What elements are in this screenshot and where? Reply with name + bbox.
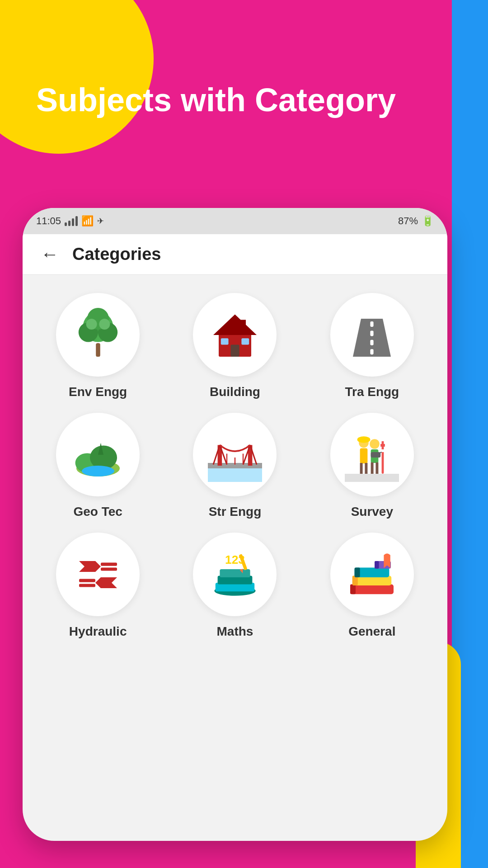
svg-rect-71 bbox=[375, 561, 379, 569]
battery-display: 87% bbox=[398, 215, 418, 227]
svg-rect-67 bbox=[350, 584, 356, 594]
svg-marker-54 bbox=[95, 577, 117, 588]
survey-icon bbox=[345, 428, 399, 482]
svg-rect-42 bbox=[381, 439, 385, 441]
svg-rect-9 bbox=[230, 344, 239, 356]
svg-rect-11 bbox=[241, 338, 249, 344]
svg-marker-8 bbox=[213, 314, 257, 335]
category-icon-building bbox=[193, 293, 277, 377]
signal-bar-4 bbox=[75, 216, 78, 226]
svg-rect-38 bbox=[360, 463, 363, 474]
page-title: Subjects with Category bbox=[36, 81, 396, 119]
status-bar: 11:05 📶 ✈ 87% 🔋 bbox=[23, 208, 447, 234]
category-icon-hydraulic bbox=[56, 533, 140, 616]
category-item-general[interactable]: General bbox=[310, 533, 434, 639]
category-item-maths[interactable]: 123 Maths bbox=[173, 533, 296, 639]
wifi-icon: 📶 bbox=[81, 215, 94, 227]
str-engg-icon bbox=[208, 428, 262, 482]
svg-rect-52 bbox=[101, 562, 117, 566]
tra-engg-icon bbox=[345, 308, 399, 362]
category-label-general: General bbox=[348, 624, 395, 639]
svg-point-6 bbox=[99, 319, 110, 330]
telegram-icon: ✈ bbox=[97, 216, 104, 226]
svg-rect-69 bbox=[355, 567, 360, 577]
categories-container: Env Engg bbox=[23, 275, 447, 657]
status-left: 11:05 📶 ✈ bbox=[36, 215, 104, 227]
category-icon-maths: 123 bbox=[193, 533, 277, 616]
hydraulic-icon bbox=[71, 547, 125, 602]
svg-rect-64 bbox=[350, 584, 394, 594]
env-engg-icon bbox=[71, 308, 125, 362]
app-bar-title: Categories bbox=[72, 245, 161, 264]
category-item-building[interactable]: Building bbox=[173, 293, 296, 399]
category-label-survey: Survey bbox=[351, 505, 393, 519]
svg-rect-15 bbox=[371, 330, 374, 336]
svg-rect-35 bbox=[345, 474, 399, 482]
category-label-str-engg: Str Engg bbox=[209, 505, 262, 519]
phone-mockup: 11:05 📶 ✈ 87% 🔋 ← Categories bbox=[23, 208, 447, 841]
svg-rect-47 bbox=[371, 462, 374, 473]
svg-rect-17 bbox=[371, 349, 374, 354]
svg-rect-60 bbox=[220, 569, 250, 577]
categories-grid: Env Engg bbox=[36, 293, 434, 639]
svg-rect-10 bbox=[221, 338, 229, 344]
maths-icon: 123 bbox=[208, 547, 262, 602]
general-icon bbox=[345, 547, 399, 602]
category-item-tra-engg[interactable]: Tra Engg bbox=[310, 293, 434, 399]
svg-point-5 bbox=[86, 319, 97, 330]
category-label-tra-engg: Tra Engg bbox=[345, 385, 399, 399]
back-button[interactable]: ← bbox=[36, 240, 63, 269]
category-label-building: Building bbox=[210, 385, 260, 399]
svg-rect-14 bbox=[371, 321, 374, 327]
category-icon-env-engg bbox=[56, 293, 140, 377]
svg-rect-39 bbox=[365, 463, 368, 474]
category-icon-str-engg bbox=[193, 413, 277, 496]
svg-marker-51 bbox=[79, 561, 101, 572]
svg-rect-48 bbox=[376, 462, 379, 473]
signal-bars bbox=[65, 216, 78, 226]
category-item-geo-tec[interactable]: Geo Tec bbox=[36, 413, 160, 519]
svg-point-45 bbox=[370, 439, 380, 449]
signal-bar-3 bbox=[72, 218, 74, 226]
battery-icon: 🔋 bbox=[422, 215, 434, 227]
status-right: 87% 🔋 bbox=[398, 215, 434, 227]
svg-point-21 bbox=[82, 466, 114, 476]
svg-rect-0 bbox=[96, 343, 100, 357]
category-icon-tra-engg bbox=[330, 293, 414, 377]
svg-rect-12 bbox=[240, 320, 246, 330]
signal-bar-2 bbox=[68, 221, 70, 226]
category-icon-geo-tec bbox=[56, 413, 140, 496]
svg-point-40 bbox=[357, 436, 371, 443]
category-icon-survey bbox=[330, 413, 414, 496]
svg-rect-43 bbox=[381, 444, 385, 447]
app-bar: ← Categories bbox=[23, 234, 447, 275]
svg-rect-44 bbox=[381, 449, 385, 452]
category-item-env-engg[interactable]: Env Engg bbox=[36, 293, 160, 399]
svg-rect-16 bbox=[371, 340, 374, 345]
category-item-survey[interactable]: Survey bbox=[310, 413, 434, 519]
category-label-geo-tec: Geo Tec bbox=[73, 505, 122, 519]
svg-rect-56 bbox=[79, 584, 95, 587]
svg-rect-37 bbox=[360, 448, 368, 463]
svg-rect-55 bbox=[79, 579, 95, 582]
category-item-str-engg[interactable]: Str Engg bbox=[173, 413, 296, 519]
geo-tec-icon bbox=[71, 428, 125, 482]
svg-rect-24 bbox=[208, 467, 262, 482]
category-item-hydraulic[interactable]: Hydraulic bbox=[36, 533, 160, 639]
svg-rect-41 bbox=[382, 439, 384, 474]
category-icon-general bbox=[330, 533, 414, 616]
category-label-hydraulic: Hydraulic bbox=[69, 624, 127, 639]
time-display: 11:05 bbox=[36, 215, 61, 227]
category-label-env-engg: Env Engg bbox=[69, 385, 127, 399]
signal-bar-1 bbox=[65, 222, 67, 226]
building-icon bbox=[208, 308, 262, 362]
svg-rect-53 bbox=[101, 567, 117, 571]
category-label-maths: Maths bbox=[217, 624, 253, 639]
